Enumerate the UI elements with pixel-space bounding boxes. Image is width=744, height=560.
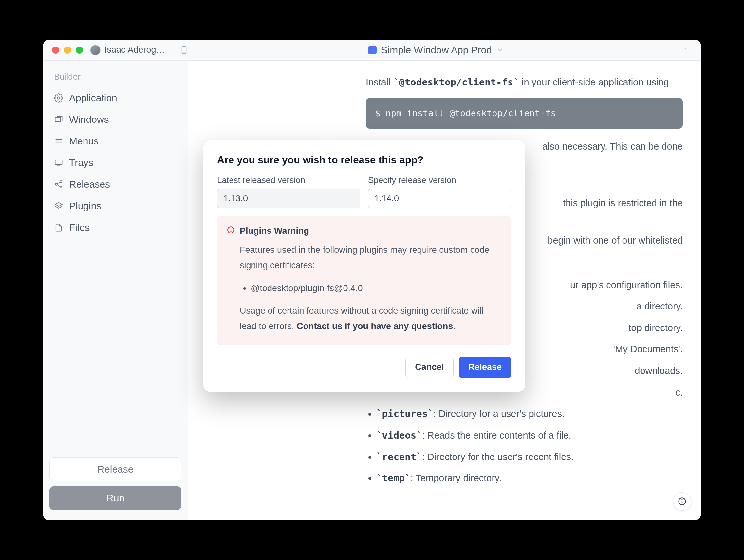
maximize-icon[interactable] <box>76 46 83 54</box>
contact-link[interactable]: Contact us if you have any questions <box>297 321 453 331</box>
cancel-button[interactable]: Cancel <box>405 357 453 378</box>
close-icon[interactable] <box>52 46 59 54</box>
code: `temp` <box>376 473 411 484</box>
sidebar: Builder Application Windows Menus Trays … <box>43 61 188 520</box>
sidebar-item-releases[interactable]: Releases <box>48 174 183 195</box>
text: : Directory for a user's pictures. <box>434 408 564 419</box>
warning-box: Plugins Warning Features used in the fol… <box>217 216 511 345</box>
sidebar-item-label: Files <box>69 222 90 233</box>
code: `pictures` <box>376 408 434 419</box>
svg-point-5 <box>58 97 60 99</box>
tray-icon <box>54 158 63 167</box>
app-icon <box>368 46 377 54</box>
text: Install <box>366 77 393 87</box>
svg-point-23 <box>230 231 231 231</box>
text: in your client-side application using <box>519 77 669 87</box>
sidebar-item-menus[interactable]: Menus <box>48 130 183 152</box>
app-title[interactable]: Simple Window App Prod <box>189 44 683 56</box>
specify-version-label: Specify release version <box>368 175 511 185</box>
sidebar-item-trays[interactable]: Trays <box>48 152 183 174</box>
sidebar-item-label: Plugins <box>69 200 101 212</box>
latest-version-input <box>217 189 360 208</box>
latest-version-label: Latest released version <box>217 175 360 185</box>
window-icon <box>54 115 63 124</box>
app-window: Isaac Aderog… Simple Window App Prod Bui… <box>43 40 701 520</box>
info-icon <box>677 497 687 506</box>
sidebar-item-label: Windows <box>69 114 109 125</box>
file-icon <box>54 223 63 232</box>
sidebar-item-windows[interactable]: Windows <box>48 109 183 130</box>
release-modal: Are you sure you wish to release this ap… <box>203 141 525 392</box>
sidebar-item-files[interactable]: Files <box>48 217 183 238</box>
traffic-lights <box>43 46 83 54</box>
warning-text: Usage of certain features without a code… <box>240 303 502 334</box>
list-item: `pictures`: Directory for a user's pictu… <box>376 405 683 423</box>
run-button[interactable]: Run <box>49 486 181 510</box>
sidebar-heading: Builder <box>48 69 183 87</box>
chevron-down-icon <box>496 44 504 56</box>
titlebar: Isaac Aderog… Simple Window App Prod <box>43 40 701 61</box>
code: `recent` <box>376 451 422 462</box>
app-name: Simple Window App Prod <box>381 44 492 56</box>
warning-plugin-item: @todesktop/plugin-fs@0.4.0 <box>251 281 502 296</box>
text: : Temporary directory. <box>411 473 502 483</box>
svg-point-20 <box>682 500 682 500</box>
info-fab[interactable] <box>673 492 691 511</box>
sidebar-item-application[interactable]: Application <box>48 87 183 109</box>
text: : Reads the entire contents of a file. <box>422 430 571 441</box>
list-item: `recent`: Directory for the user's recen… <box>376 448 683 466</box>
svg-marker-17 <box>55 203 62 207</box>
svg-line-16 <box>57 185 60 187</box>
package-name: `@todesktop/client-fs` <box>393 77 519 88</box>
minimize-icon[interactable] <box>64 46 71 54</box>
text: : Directory for the user's recent files. <box>422 452 574 462</box>
user-name: Isaac Aderog… <box>105 45 165 55</box>
text: . <box>453 321 455 331</box>
warning-title: Plugins Warning <box>240 226 309 236</box>
svg-rect-10 <box>55 160 62 165</box>
layers-icon <box>54 201 63 211</box>
alert-icon <box>227 226 235 236</box>
code-block: $ npm install @todesktop/client-fs <box>366 98 683 129</box>
share-icon <box>54 180 63 189</box>
sidebar-item-label: Application <box>69 92 117 104</box>
list-item: `videos`: Reads the entire contents of a… <box>376 427 683 444</box>
list-item: `temp`: Temporary directory. <box>376 470 683 487</box>
sidebar-item-label: Menus <box>69 136 99 147</box>
menu-icon <box>54 137 63 146</box>
sidebar-item-label: Releases <box>69 179 110 190</box>
confirm-release-button[interactable]: Release <box>459 357 511 378</box>
warning-text: Features used in the following plugins m… <box>240 242 502 273</box>
svg-rect-6 <box>55 117 61 122</box>
modal-title: Are you sure you wish to release this ap… <box>217 154 511 166</box>
gear-icon <box>54 94 63 103</box>
sidebar-item-label: Trays <box>69 157 93 168</box>
avatar <box>90 45 101 55</box>
svg-line-15 <box>57 182 60 184</box>
user-chip[interactable]: Isaac Aderog… <box>90 45 165 55</box>
release-button[interactable]: Release <box>49 457 181 481</box>
code: `videos` <box>376 430 422 441</box>
divider <box>173 40 173 61</box>
view-options-icon[interactable] <box>683 46 701 54</box>
device-icon[interactable] <box>179 45 189 55</box>
install-paragraph: Install `@todesktop/client-fs` in your c… <box>366 74 683 91</box>
specify-version-input[interactable] <box>368 189 511 208</box>
sidebar-item-plugins[interactable]: Plugins <box>48 195 183 217</box>
